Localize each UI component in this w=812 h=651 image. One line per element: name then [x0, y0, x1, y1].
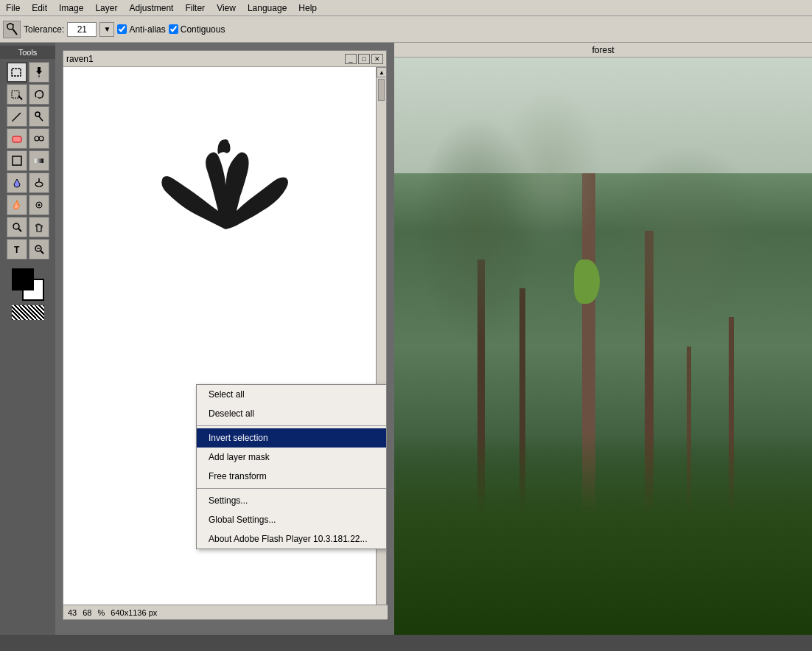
canvas-area: forest: [55, 43, 812, 635]
status-bar: 43 68 % 640x1136 px: [63, 605, 388, 619]
tool-smudge[interactable]: [29, 195, 49, 215]
scroll-thumb[interactable]: [378, 79, 385, 101]
svg-marker-6: [36, 67, 42, 74]
tolerance-label: Tolerance:: [24, 24, 64, 35]
svg-rect-8: [12, 91, 19, 98]
tools-panel: Tools: [0, 43, 55, 635]
svg-rect-14: [13, 136, 21, 142]
tool-zoom[interactable]: [7, 217, 27, 237]
image-size: 640x1136 px: [111, 608, 157, 617]
antialias-label: Anti-alias: [129, 24, 165, 35]
tool-eraser[interactable]: [7, 128, 27, 149]
svg-line-2: [7, 24, 7, 25]
tolerance-input[interactable]: [67, 22, 97, 37]
contiguous-wrap: Contiguous: [169, 24, 225, 35]
svg-line-13: [39, 116, 43, 121]
tools-label: Tools: [0, 46, 55, 59]
color-boxes[interactable]: [12, 268, 44, 301]
svg-point-12: [35, 112, 40, 116]
tool-select-rect[interactable]: [7, 62, 27, 83]
menu-edit[interactable]: Edit: [26, 1, 53, 15]
svg-rect-18: [35, 159, 43, 163]
svg-point-15: [35, 136, 39, 141]
svg-rect-5: [12, 69, 21, 76]
zoom-level: 43: [68, 608, 77, 617]
tool-magnify[interactable]: [29, 239, 49, 260]
raven-canvas: ▲ ◄ ► Select all Deselect all Invert sel…: [63, 67, 386, 619]
forest-title: forest: [394, 43, 812, 58]
tool-dodge[interactable]: [29, 173, 49, 193]
tools-grid: T: [4, 59, 52, 262]
raven-titlebar: raven1 _ □ ✕: [63, 51, 386, 67]
svg-line-0: [13, 29, 17, 35]
menu-file[interactable]: File: [0, 1, 26, 15]
raven-window: raven1 _ □ ✕ ▲: [63, 50, 387, 620]
tool-select-magic[interactable]: [7, 84, 27, 105]
svg-point-22: [38, 204, 40, 206]
svg-point-19: [35, 182, 43, 187]
color-section: [12, 268, 44, 320]
titlebar-buttons: _ □ ✕: [345, 54, 383, 64]
ctx-deselect-all[interactable]: Deselect all: [197, 404, 386, 423]
tool-gradient[interactable]: [29, 150, 49, 171]
main-area: Tools: [0, 43, 812, 635]
ctx-about[interactable]: About Adobe Flash Player 10.3.181.22...: [197, 529, 386, 549]
menu-layer[interactable]: Layer: [89, 1, 123, 15]
svg-point-16: [39, 136, 43, 141]
svg-line-4: [13, 24, 14, 25]
ctx-add-layer-mask[interactable]: Add layer mask: [197, 448, 386, 467]
forest-window: forest: [394, 43, 812, 635]
svg-text:T: T: [14, 245, 20, 255]
ctx-separator-1: [197, 425, 386, 426]
wand-tool-icon[interactable]: [3, 21, 21, 38]
foreground-color-box[interactable]: [12, 268, 34, 290]
ctx-settings[interactable]: Settings...: [197, 491, 386, 510]
tool-hand[interactable]: [29, 217, 49, 237]
tool-paint-bucket[interactable]: [7, 173, 27, 193]
tool-shapes[interactable]: [7, 150, 27, 171]
ctx-separator-2: [197, 488, 386, 489]
raven-title: raven1: [66, 54, 94, 64]
menu-bar: File Edit Image Layer Adjustment Filter …: [0, 0, 812, 16]
raven-bird: [152, 126, 299, 259]
antialias-wrap: Anti-alias: [117, 24, 165, 35]
ctx-free-transform[interactable]: Free transform: [197, 467, 386, 486]
menu-adjustment[interactable]: Adjustment: [123, 1, 179, 15]
context-menu: Select all Deselect all Invert selection…: [196, 384, 386, 549]
svg-rect-17: [13, 156, 21, 165]
maximize-button[interactable]: □: [358, 54, 370, 64]
tool-eyedropper[interactable]: [29, 106, 49, 127]
pattern-box[interactable]: [12, 305, 44, 320]
ctx-global-settings[interactable]: Global Settings...: [197, 510, 386, 529]
menu-view[interactable]: View: [211, 1, 242, 15]
tool-lasso[interactable]: [29, 84, 49, 105]
zoom-x: 68: [83, 608, 91, 617]
ctx-select-all[interactable]: Select all: [197, 385, 386, 404]
contiguous-label: Contiguous: [181, 24, 225, 35]
minimize-button[interactable]: _: [345, 54, 357, 64]
scroll-up-button[interactable]: ▲: [377, 67, 386, 77]
antialias-checkbox[interactable]: [117, 24, 127, 34]
tool-burn[interactable]: [7, 195, 27, 215]
tool-clone[interactable]: [29, 128, 49, 149]
tool-move[interactable]: [29, 62, 49, 83]
menu-filter[interactable]: Filter: [179, 1, 211, 15]
fern-layer: [394, 433, 812, 635]
svg-line-27: [41, 251, 43, 254]
tool-pencil[interactable]: [7, 106, 27, 127]
toolbar: Tolerance: ▼ Anti-alias Contiguous: [0, 16, 812, 43]
menu-image[interactable]: Image: [53, 1, 89, 15]
menu-help[interactable]: Help: [293, 1, 323, 15]
tolerance-dropdown[interactable]: ▼: [99, 22, 114, 37]
svg-line-24: [18, 229, 21, 231]
forest-image: [394, 58, 812, 635]
tool-text[interactable]: T: [7, 239, 27, 260]
contiguous-checkbox[interactable]: [169, 24, 178, 34]
tree-moss: [574, 260, 600, 304]
svg-line-10: [13, 113, 21, 121]
zoom-unit: %: [98, 608, 105, 617]
svg-point-23: [13, 223, 19, 229]
close-button[interactable]: ✕: [371, 54, 383, 64]
ctx-invert-selection[interactable]: Invert selection: [197, 428, 386, 448]
menu-language[interactable]: Language: [242, 1, 293, 15]
